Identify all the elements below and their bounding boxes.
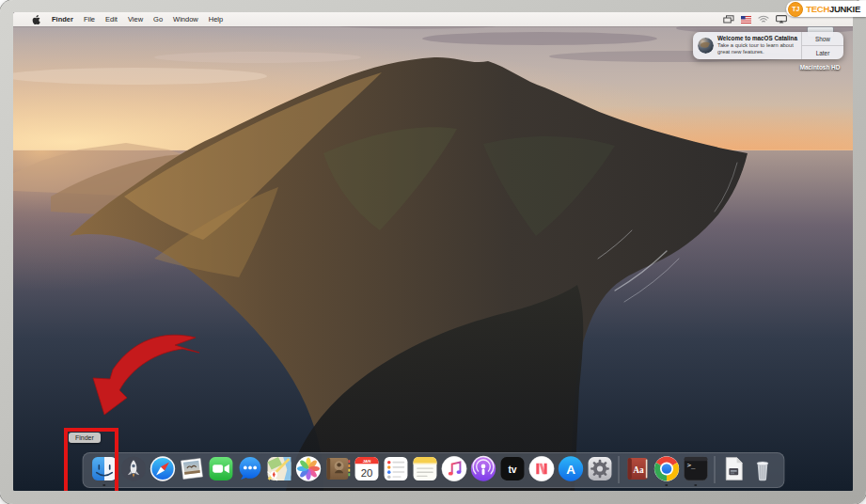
dock-facetime[interactable] bbox=[206, 455, 235, 487]
show-button[interactable]: Show bbox=[802, 32, 843, 45]
dock: JAN 20 bbox=[82, 452, 784, 488]
dock-safari[interactable] bbox=[148, 455, 177, 487]
dock-app-store[interactable]: A bbox=[556, 455, 585, 487]
dock-news[interactable] bbox=[527, 455, 556, 487]
svg-text:tv: tv bbox=[508, 465, 516, 475]
svg-text:A: A bbox=[566, 463, 575, 477]
menu-help[interactable]: Help bbox=[209, 15, 223, 24]
dock-podcasts[interactable] bbox=[468, 455, 497, 487]
dock-finder[interactable] bbox=[89, 455, 118, 487]
menu-bar: Finder File Edit View Go Window Help bbox=[13, 12, 853, 26]
apple-menu[interactable] bbox=[32, 14, 40, 24]
techjunkie-wordmark: TECHJUNKIE bbox=[806, 4, 860, 14]
dock-reminders[interactable] bbox=[381, 455, 410, 487]
notification-body: Take a quick tour to learn about great n… bbox=[717, 42, 804, 55]
notification-banner: Welcome to macOS Catalina Take a quick t… bbox=[693, 32, 843, 59]
dock-tv[interactable]: tv bbox=[497, 455, 527, 487]
svg-text:20: 20 bbox=[360, 467, 372, 479]
desktop: Finder File Edit View Go Window Help bbox=[13, 12, 853, 491]
monitor-frame: Finder File Edit View Go Window Help bbox=[0, 0, 866, 504]
later-button[interactable]: Later bbox=[802, 45, 843, 59]
dock-photos[interactable] bbox=[293, 455, 323, 487]
svg-text:>_: >_ bbox=[686, 461, 695, 469]
dock-chrome[interactable] bbox=[652, 455, 681, 487]
volume-label: Macintosh HD bbox=[782, 64, 853, 71]
dock-notes[interactable] bbox=[410, 455, 439, 487]
notification-texts: Welcome to macOS Catalina Take a quick t… bbox=[717, 32, 801, 59]
menu-file[interactable]: File bbox=[84, 15, 95, 24]
display-airplay-icon[interactable] bbox=[776, 15, 787, 24]
dock-calendar[interactable]: JAN 20 bbox=[352, 455, 381, 487]
menu-window[interactable]: Window bbox=[173, 15, 198, 24]
menu-edit[interactable]: Edit bbox=[105, 15, 118, 24]
us-flag-icon[interactable] bbox=[741, 16, 751, 24]
svg-text:Aa: Aa bbox=[633, 465, 644, 475]
svg-text:JAN: JAN bbox=[362, 459, 370, 464]
dock-system-preferences[interactable] bbox=[585, 455, 614, 487]
notification-title: Welcome to macOS Catalina bbox=[717, 35, 801, 42]
techjunkie-monogram-icon: TJ bbox=[788, 2, 803, 17]
menu-view[interactable]: View bbox=[128, 15, 143, 24]
dock-music[interactable] bbox=[439, 455, 468, 487]
dock-maps[interactable] bbox=[264, 455, 293, 487]
techjunkie-logo: TJ TECHJUNKIE bbox=[786, 1, 866, 17]
dock-divider bbox=[714, 456, 715, 483]
dock-messages[interactable] bbox=[235, 455, 264, 487]
dock-contacts[interactable] bbox=[323, 455, 352, 487]
menu-finder[interactable]: Finder bbox=[52, 15, 73, 24]
dock-terminal[interactable]: >_ bbox=[681, 455, 710, 487]
dock-dictionary[interactable]: Aa bbox=[622, 455, 652, 487]
wifi-icon[interactable] bbox=[758, 15, 769, 24]
dock-document[interactable] bbox=[718, 455, 748, 487]
dock-photo[interactable] bbox=[177, 455, 206, 487]
dock-launchpad[interactable] bbox=[118, 455, 148, 487]
menu-status-icons bbox=[723, 12, 787, 26]
menu-go[interactable]: Go bbox=[153, 15, 163, 24]
catalina-thumbnail-icon bbox=[698, 38, 714, 54]
finder-tooltip: Finder bbox=[69, 433, 101, 443]
window-stack-icon[interactable] bbox=[723, 15, 734, 24]
wallpaper-catalina bbox=[13, 12, 853, 491]
notification-actions: Show Later bbox=[801, 32, 843, 59]
dock-trash[interactable] bbox=[748, 455, 777, 487]
dock-divider bbox=[618, 456, 619, 483]
